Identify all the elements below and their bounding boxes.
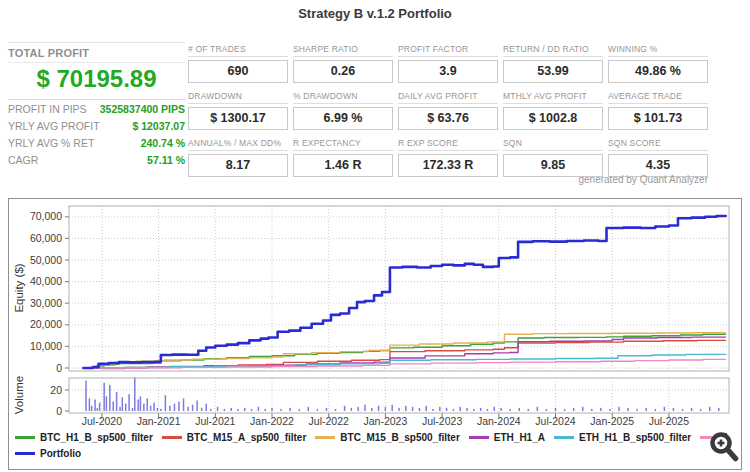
- stat-label: DRAWDOWN: [188, 91, 288, 104]
- stat-value-box: 6.99 %: [293, 107, 393, 130]
- svg-text:0: 0: [56, 362, 62, 374]
- svg-text:10,000: 10,000: [30, 340, 62, 352]
- stat-value-box: $ 1002.8: [503, 107, 603, 130]
- stat-value-box: $ 1300.17: [188, 107, 288, 130]
- stat-label: AVERAGE TRADE: [608, 91, 708, 104]
- legend-item-btc_m15_b_sp500_filter: BTC_M15_B_sp500_filter: [315, 432, 460, 443]
- stat-value-box: 690: [188, 60, 288, 83]
- legend-label: ETH_H1_B_sp500_filter: [579, 432, 691, 443]
- legend-item-btc_h1_b_sp500_filter: BTC_H1_B_sp500_filter: [15, 432, 153, 443]
- equity-axis-title: Equity ($): [13, 263, 25, 312]
- svg-text:Jul-2025: Jul-2025: [649, 415, 689, 427]
- stat-value-box: $ 63.76: [398, 107, 498, 130]
- legend-item-btc_m15_a_sp500_filter: BTC_M15_A_sp500_filter: [162, 432, 307, 443]
- stat-drawdown: DRAWDOWN$ 1300.17: [188, 91, 288, 130]
- summary-row-label: YRLY AVG % RET: [8, 137, 94, 149]
- stat-drawdown: % DRAWDOWN6.99 %: [293, 91, 393, 130]
- svg-text:Jan-2023: Jan-2023: [363, 415, 407, 427]
- page-title: Strategy B v.1.2 Portfolio: [0, 6, 750, 21]
- svg-text:Jul-2023: Jul-2023: [422, 415, 462, 427]
- stat-mthly-avg-profit: MTHLY AVG PROFIT$ 1002.8: [503, 91, 603, 130]
- stat-label: % DRAWDOWN: [293, 91, 393, 104]
- stat-r-expectancy: R EXPECTANCY1.46 R: [293, 138, 393, 177]
- stat-sharpe-ratio: SHARPE RATIO0.26: [293, 44, 393, 83]
- legend-swatch: [162, 436, 182, 439]
- svg-text:Jan-2024: Jan-2024: [477, 415, 521, 427]
- summary-row-yrly-avg-pct-ret: YRLY AVG % RET 240.74 %: [8, 134, 185, 151]
- legend-label: BTC_H1_B_sp500_filter: [40, 432, 153, 443]
- stat-annual-max-dd: ANNUAL% / MAX DD%8.17: [188, 138, 288, 177]
- legend-item-portfolio: Portfolio: [15, 448, 81, 459]
- svg-text:40,000: 40,000: [30, 275, 62, 287]
- stat-label: WINNING %: [608, 44, 708, 57]
- generated-by-note: generated by Quant Analyzer: [188, 174, 708, 185]
- legend-swatch: [469, 436, 489, 439]
- summary-row-label: YRLY AVG PROFIT: [8, 120, 100, 132]
- svg-text:50,000: 50,000: [30, 254, 62, 266]
- summary-row-cagr: CAGR 57.11 %: [8, 151, 185, 168]
- stat-label: PROFIT FACTOR: [398, 44, 498, 57]
- summary-row-label: CAGR: [8, 154, 38, 166]
- stats-grid: # OF TRADES690SHARPE RATIO0.26PROFIT FAC…: [188, 44, 708, 177]
- legend-swatch: [15, 436, 35, 439]
- stat-winning: WINNING %49.86 %: [608, 44, 708, 83]
- legend-row: Portfolio: [15, 445, 727, 461]
- stat-sqn-score: SQN SCORE4.35: [608, 138, 708, 177]
- svg-text:20: 20: [50, 384, 62, 396]
- quant-analyzer-report: Strategy B v.1.2 Portfolio TOTAL PROFIT …: [0, 0, 750, 472]
- stat-label: ANNUAL% / MAX DD%: [188, 138, 288, 151]
- legend-label: Portfolio: [40, 448, 81, 459]
- summary-row-profit-in-pips: PROFIT IN PIPS 3525837400 PIPS: [8, 100, 185, 117]
- stat-label: SQN: [503, 138, 603, 151]
- zoom-magnifier-icon[interactable]: [708, 430, 740, 464]
- legend-label: BTC_M15_B_sp500_filter: [340, 432, 460, 443]
- stat-value-box: 3.9: [398, 60, 498, 83]
- stat-value-box: 49.86 %: [608, 60, 708, 83]
- legend-label: BTC_M15_A_sp500_filter: [187, 432, 307, 443]
- legend-item-eth_h1_a: ETH_H1_A: [469, 432, 545, 443]
- stat-label: SQN SCORE: [608, 138, 708, 151]
- svg-text:Jul-2020: Jul-2020: [82, 415, 122, 427]
- legend-swatch: [554, 436, 574, 439]
- total-profit-label: TOTAL PROFIT: [8, 43, 185, 62]
- stat-of-trades: # OF TRADES690: [188, 44, 288, 83]
- summary-row-value: 57.11 %: [147, 154, 185, 166]
- stat-return-dd-ratio: RETURN / DD RATIO53.99: [503, 44, 603, 83]
- volume-axis-title: Volume: [13, 376, 25, 414]
- total-profit-value: $ 70195.89: [8, 62, 185, 100]
- svg-text:Jul-2021: Jul-2021: [195, 415, 235, 427]
- legend-row: BTC_H1_B_sp500_filterBTC_M15_A_sp500_fil…: [15, 429, 727, 445]
- stat-profit-factor: PROFIT FACTOR3.9: [398, 44, 498, 83]
- summary-row-value: $ 12037.07: [132, 120, 185, 132]
- summary-row-value: 3525837400 PIPS: [100, 103, 185, 115]
- summary-row-yrly-avg-profit: YRLY AVG PROFIT $ 12037.07: [8, 117, 185, 134]
- stat-label: # OF TRADES: [188, 44, 288, 57]
- svg-text:Jan-2025: Jan-2025: [590, 415, 634, 427]
- chart-legend: BTC_H1_B_sp500_filterBTC_M15_A_sp500_fil…: [15, 429, 727, 461]
- stat-average-trade: AVERAGE TRADE$ 101.73: [608, 91, 708, 130]
- svg-text:30,000: 30,000: [30, 297, 62, 309]
- stat-daily-avg-profit: DAILY AVG PROFIT$ 63.76: [398, 91, 498, 130]
- legend-swatch: [15, 452, 35, 455]
- stat-value-box: $ 101.73: [608, 107, 708, 130]
- legend-item-eth_h1_b_sp500_filter: ETH_H1_B_sp500_filter: [554, 432, 691, 443]
- stat-r-exp-score: R EXP SCORE172.33 R: [398, 138, 498, 177]
- summary-panel: TOTAL PROFIT $ 70195.89 PROFIT IN PIPS 3…: [8, 42, 185, 168]
- stat-label: RETURN / DD RATIO: [503, 44, 603, 57]
- stat-label: MTHLY AVG PROFIT: [503, 91, 603, 104]
- stat-value-box: 53.99: [503, 60, 603, 83]
- legend-swatch: [315, 436, 335, 439]
- equity-chart-panel[interactable]: 010,00020,00030,00040,00050,00060,00070,…: [8, 198, 742, 470]
- svg-text:0: 0: [56, 405, 62, 417]
- svg-text:Jul-2024: Jul-2024: [535, 415, 575, 427]
- svg-text:60,000: 60,000: [30, 232, 62, 244]
- stat-sqn: SQN9.85: [503, 138, 603, 177]
- stat-label: SHARPE RATIO: [293, 44, 393, 57]
- stat-label: DAILY AVG PROFIT: [398, 91, 498, 104]
- summary-row-value: 240.74 %: [141, 137, 185, 149]
- stat-label: R EXP SCORE: [398, 138, 498, 151]
- svg-text:Jan-2021: Jan-2021: [137, 415, 181, 427]
- svg-text:Jul-2022: Jul-2022: [309, 415, 349, 427]
- svg-text:70,000: 70,000: [30, 210, 62, 222]
- legend-label: ETH_H1_A: [494, 432, 545, 443]
